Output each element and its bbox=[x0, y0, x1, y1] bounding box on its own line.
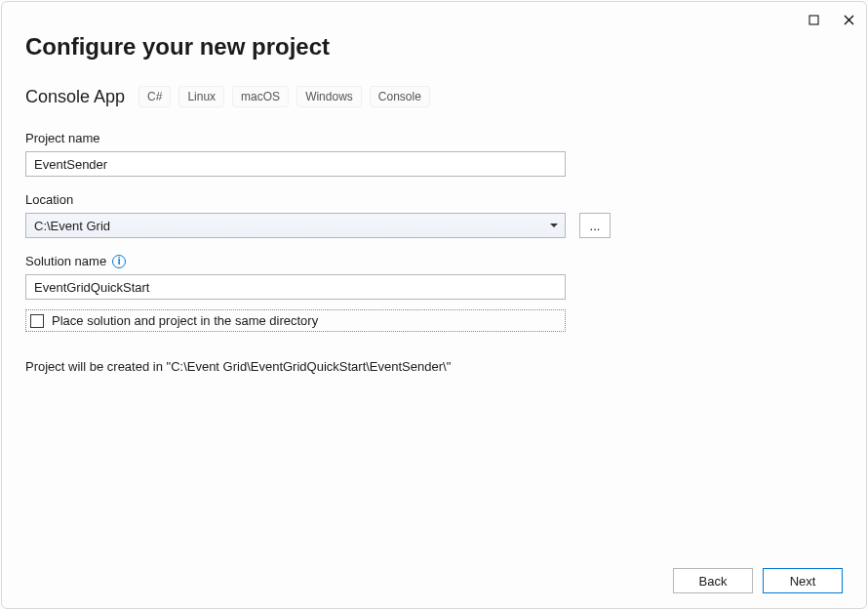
next-button[interactable]: Next bbox=[763, 568, 843, 593]
close-button[interactable] bbox=[831, 8, 866, 31]
template-tags: C# Linux macOS Windows Console bbox=[138, 86, 430, 107]
maximize-icon bbox=[809, 15, 819, 25]
location-combo[interactable]: C:\Event Grid bbox=[25, 213, 566, 238]
info-icon[interactable]: i bbox=[112, 255, 126, 268]
location-group: Location C:\Event Grid ... bbox=[25, 192, 843, 238]
maximize-button[interactable] bbox=[796, 8, 831, 31]
browse-button[interactable]: ... bbox=[579, 213, 611, 238]
template-name: Console App bbox=[25, 87, 125, 107]
svg-rect-0 bbox=[809, 16, 818, 24]
project-name-group: Project name bbox=[25, 131, 566, 177]
tag: Linux bbox=[178, 86, 224, 107]
tag: macOS bbox=[232, 86, 289, 107]
tag: Console bbox=[370, 86, 430, 107]
project-name-label: Project name bbox=[25, 131, 566, 145]
dialog-content: Configure your new project Console App C… bbox=[25, 29, 843, 553]
location-value: C:\Event Grid bbox=[34, 219, 110, 233]
same-directory-checkbox[interactable]: Place solution and project in the same d… bbox=[25, 309, 566, 332]
dialog-window: Configure your new project Console App C… bbox=[1, 1, 867, 609]
template-header: Console App C# Linux macOS Windows Conso… bbox=[25, 86, 843, 107]
same-directory-label: Place solution and project in the same d… bbox=[52, 313, 318, 328]
solution-name-group: Solution name i bbox=[25, 254, 566, 300]
dialog-footer: Back Next bbox=[2, 553, 866, 608]
creation-path-text: Project will be created in "C:\Event Gri… bbox=[25, 359, 843, 374]
close-icon bbox=[844, 15, 854, 25]
project-name-input[interactable] bbox=[25, 151, 566, 177]
checkbox-box bbox=[30, 314, 44, 328]
chevron-down-icon bbox=[550, 224, 558, 227]
back-button[interactable]: Back bbox=[673, 568, 753, 593]
page-title: Configure your new project bbox=[25, 33, 843, 61]
tag: Windows bbox=[296, 86, 362, 107]
solution-name-input[interactable] bbox=[25, 274, 566, 300]
tag: C# bbox=[138, 86, 171, 107]
location-label: Location bbox=[25, 192, 843, 207]
solution-name-label-text: Solution name bbox=[25, 254, 106, 268]
solution-name-label: Solution name i bbox=[25, 254, 566, 268]
